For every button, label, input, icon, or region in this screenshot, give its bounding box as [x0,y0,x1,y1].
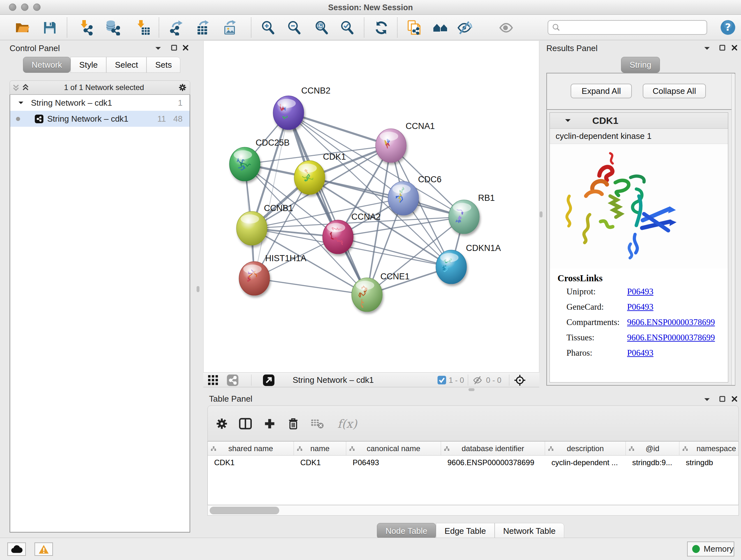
network-canvas[interactable]: CCNB2CCNA1CDC25BCDK1CDC6RB1CCNB1CCNA2CDK… [203,41,539,372]
search-box[interactable] [548,20,707,35]
table-options-button[interactable] [213,415,230,432]
gene-collapse-icon[interactable] [564,118,571,123]
network-collection-row[interactable]: String Network – cdk1 1 [10,95,190,111]
node-CCNE1[interactable]: CCNE1 [352,272,410,312]
node-HIST1H1A[interactable]: HIST1H1A [239,253,307,295]
tab-select[interactable]: Select [106,57,146,73]
column-header-canonical-name[interactable]: canonical name [346,442,441,455]
eye-slash-icon [457,20,472,36]
zoom-in-button[interactable] [259,19,277,37]
birds-eye-view-button[interactable] [514,373,526,388]
crosslink-link[interactable]: 9606.ENSP00000378699 [627,317,715,327]
zoom-fit-button[interactable] [313,19,331,37]
crosslink-link[interactable]: 9606.ENSP00000378699 [627,333,715,343]
delete-column-button[interactable] [285,415,301,432]
selected-nodes-indicator[interactable]: 1 - 0 [437,373,464,388]
node-CCNA1[interactable]: CCNA1 [376,121,435,163]
add-column-button[interactable] [261,415,278,432]
memory-button[interactable]: Memory [687,542,734,557]
table-panel-float-icon[interactable] [718,395,726,403]
left-splitter-handle[interactable] [197,286,199,292]
table-hscrollbar[interactable] [207,505,739,516]
column-header-description[interactable]: description [545,442,626,455]
save-session-button[interactable] [41,19,59,37]
hide-selected-button[interactable] [456,19,474,37]
first-neighbors-button[interactable] [431,19,449,37]
view-grid-button[interactable] [208,373,219,388]
show-columns-button[interactable] [237,415,254,432]
column-header-shared-name[interactable]: shared name [208,442,294,455]
control-panel-float-icon[interactable] [170,44,178,52]
crosslink-link[interactable]: P06493 [627,348,654,358]
import-network-file-button[interactable] [77,19,94,37]
node-CDKN1A[interactable]: CDKN1A [436,243,501,284]
crosslink-row-uniprot: Uniprot:P06493 [566,287,728,297]
network-row-selected[interactable]: String Network – cdk1 11 48 [10,111,190,127]
edge-CCNB2-CCNE1[interactable] [288,113,367,295]
results-scrollbar[interactable] [731,74,735,385]
new-network-from-selection-button[interactable] [405,19,423,37]
crosslink-link[interactable]: P06493 [627,302,654,312]
title-bar[interactable]: Session: New Session [0,0,741,15]
show-all-button[interactable] [497,19,515,37]
cloud-status-button[interactable] [7,543,26,556]
edge-CCNA2-CDKN1A[interactable] [338,237,451,267]
table-panel-menu-icon[interactable] [703,395,711,403]
table-hscrollbar-thumb[interactable] [210,507,279,514]
tab-edge-table[interactable]: Edge Table [436,523,495,539]
node-CCNB1[interactable]: CCNB1 [237,203,293,245]
warnings-button[interactable] [35,543,53,556]
network-options-gear-icon[interactable] [179,83,187,91]
help-button[interactable]: ? [720,19,736,36]
zoom-out-button[interactable] [285,19,303,37]
zoom-selected-button[interactable] [338,19,356,37]
column-header-id[interactable]: @id [626,442,679,455]
detach-view-button[interactable] [263,373,274,388]
collapse-all-button[interactable]: Collapse All [643,84,706,98]
view-share-button[interactable] [227,373,239,388]
tab-sets[interactable]: Sets [146,57,180,73]
export-image-button[interactable] [222,19,240,37]
table-panel-close-icon[interactable] [730,395,738,403]
hidden-nodes-indicator[interactable]: 0 - 0 [472,373,501,388]
horizontal-splitter-handle[interactable] [468,388,475,391]
import-table-file-button[interactable] [133,19,151,37]
export-network-button[interactable] [168,19,186,37]
expand-all-networks-icon[interactable] [21,83,30,91]
node-CDK1[interactable]: CDK1 [294,152,346,194]
column-header-name[interactable]: name [294,442,346,455]
right-splitter-handle[interactable] [540,211,542,217]
table-row[interactable]: CDK1CDK1P064939606.ENSP00000378699cyclin… [208,455,739,470]
crosslink-link[interactable]: P06493 [627,287,654,297]
control-panel-close-icon[interactable] [181,44,190,52]
results-panel-float-icon[interactable] [718,44,726,52]
table-body: CDK1CDK1P064939606.ENSP00000378699cyclin… [208,455,738,470]
refresh-layout-button[interactable] [373,19,390,37]
memory-status-dot [692,545,700,553]
tab-network[interactable]: Network [23,57,71,73]
column-header-namespace[interactable]: namespace [679,442,739,455]
import-network-database-button[interactable] [104,19,121,37]
tab-node-table[interactable]: Node Table [377,523,436,539]
edge-CCNB2-CCNA1[interactable] [288,113,391,145]
export-table-button[interactable] [195,19,212,37]
node-table[interactable]: shared namenamecanonical namedatabase id… [207,441,739,505]
control-panel-menu-icon[interactable] [154,44,162,52]
node-RB1[interactable]: RB1 [449,193,495,234]
function-builder-button[interactable]: f(x) [333,415,361,432]
column-header-database-identifier[interactable]: database identifier [441,442,545,455]
tree-expand-icon[interactable] [18,101,24,105]
search-input[interactable] [560,21,706,34]
expand-all-button[interactable]: Expand All [570,84,632,98]
tab-network-table[interactable]: Network Table [495,523,564,539]
collapse-all-networks-icon[interactable] [12,83,20,91]
edge-HIST1H1A-CCNE1[interactable] [254,278,367,295]
tab-style[interactable]: Style [71,57,106,73]
network-graph[interactable]: CCNB2CCNA1CDC25BCDK1CDC6RB1CCNB1CCNA2CDK… [204,41,540,372]
results-panel-close-icon[interactable] [730,44,738,52]
open-session-button[interactable] [13,19,31,37]
gene-section-header[interactable]: CDK1 [550,113,728,129]
tab-string[interactable]: String [621,57,660,73]
delete-table-button[interactable] [309,415,326,432]
results-panel-menu-icon[interactable] [703,44,711,52]
